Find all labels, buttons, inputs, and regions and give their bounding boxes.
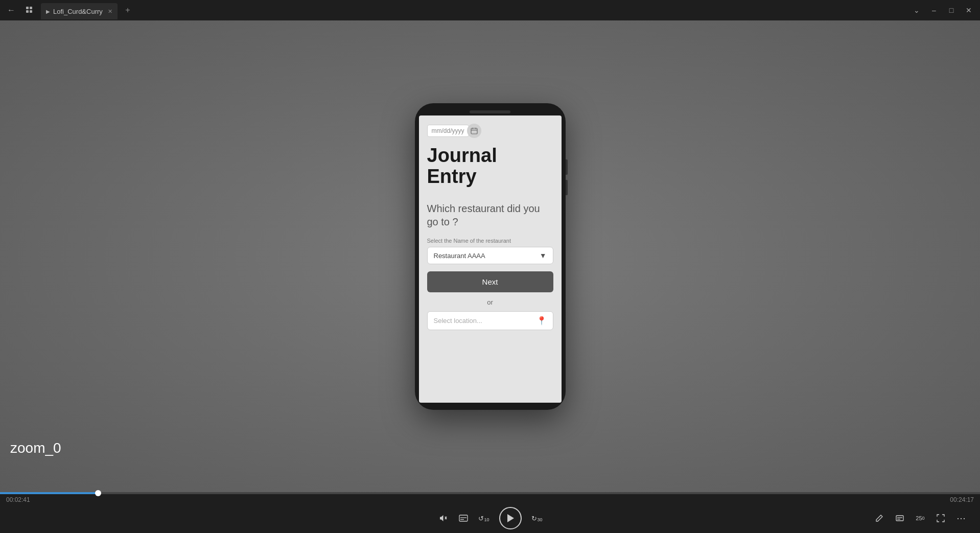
svg-rect-0 bbox=[26, 7, 29, 9]
svg-rect-3 bbox=[30, 10, 32, 13]
phone-speaker bbox=[470, 110, 510, 113]
calendar-icon[interactable] bbox=[467, 124, 481, 138]
svg-rect-1 bbox=[30, 7, 32, 9]
expand-button[interactable] bbox=[932, 509, 949, 527]
phone-vol-button-1 bbox=[566, 159, 568, 175]
speed-button[interactable]: 250 bbox=[912, 509, 929, 527]
forward-button[interactable]: ↻30 bbox=[527, 508, 547, 528]
current-time: 00:02:41 bbox=[6, 496, 30, 503]
or-divider: or bbox=[427, 298, 553, 306]
add-tab-button[interactable]: + bbox=[122, 4, 134, 16]
more-button[interactable]: ⋯ bbox=[952, 509, 970, 527]
svg-rect-4 bbox=[471, 128, 477, 134]
tab-play-icon: ▶ bbox=[46, 9, 50, 14]
location-pin-icon: 📍 bbox=[536, 316, 547, 326]
top-bar: ← ▶ Lofi_Curd&Curry ✕ + ⌄ – □ ✕ bbox=[0, 0, 980, 20]
tab-close-icon[interactable]: ✕ bbox=[108, 8, 112, 15]
next-button[interactable]: Next bbox=[427, 271, 553, 292]
dropdown-arrow-icon: ▼ bbox=[540, 251, 547, 260]
phone-vol-button-2 bbox=[566, 180, 568, 195]
svg-rect-14 bbox=[896, 516, 903, 521]
screen-content: mm/dd/yyyy Journal Entry bbox=[419, 115, 562, 403]
minimize-button[interactable]: – bbox=[927, 3, 941, 17]
window-controls: ⌄ – □ ✕ bbox=[909, 3, 976, 17]
caption-button[interactable] bbox=[891, 509, 908, 527]
phone-screen: mm/dd/yyyy Journal Entry bbox=[419, 115, 562, 403]
tab-label: Lofi_Curd&Curry bbox=[53, 8, 103, 15]
play-button[interactable] bbox=[499, 507, 522, 529]
location-placeholder: Select location... bbox=[434, 317, 482, 325]
svg-marker-13 bbox=[507, 514, 514, 522]
active-tab[interactable]: ▶ Lofi_Curd&Curry ✕ bbox=[41, 3, 118, 19]
svg-rect-2 bbox=[26, 10, 29, 13]
progress-thumb[interactable] bbox=[95, 490, 101, 496]
maximize-button[interactable]: □ bbox=[944, 3, 959, 17]
date-input[interactable]: mm/dd/yyyy bbox=[427, 125, 469, 137]
dropdown-chevron-icon[interactable]: ⌄ bbox=[909, 3, 924, 17]
bottom-bar: 00:02:41 00:24:17 ↺10 ↻30 bbox=[0, 492, 980, 533]
mute-button[interactable] bbox=[433, 508, 453, 528]
close-button[interactable]: ✕ bbox=[962, 3, 976, 17]
controls-row: ↺10 ↻30 250 bbox=[0, 503, 980, 533]
right-controls: 250 ⋯ bbox=[871, 509, 970, 527]
back-button[interactable]: ← bbox=[4, 3, 18, 17]
progress-bar[interactable] bbox=[0, 492, 980, 494]
question-text: Which restaurant did you go to ? bbox=[427, 202, 553, 228]
date-input-row: mm/dd/yyyy bbox=[427, 124, 553, 138]
svg-rect-10 bbox=[459, 515, 468, 521]
total-time: 00:24:17 bbox=[950, 496, 974, 503]
phone-device: mm/dd/yyyy Journal Entry bbox=[415, 103, 566, 410]
dropdown-selected-value: Restaurant AAAA bbox=[434, 252, 485, 260]
location-input[interactable]: Select location... 📍 bbox=[427, 311, 553, 330]
subtitle-button[interactable] bbox=[453, 508, 474, 528]
zoom-label: zoom_0 bbox=[10, 440, 61, 456]
date-placeholder: mm/dd/yyyy bbox=[432, 127, 464, 134]
journal-title: Journal Entry bbox=[427, 145, 553, 188]
time-row: 00:02:41 00:24:17 bbox=[0, 494, 980, 503]
rewind-button[interactable]: ↺10 bbox=[474, 508, 494, 528]
select-label: Select the Name of the restaurant bbox=[427, 238, 553, 244]
restaurant-dropdown[interactable]: Restaurant AAAA ▼ bbox=[427, 247, 553, 264]
progress-fill bbox=[0, 492, 98, 494]
edit-button[interactable] bbox=[871, 509, 888, 527]
main-content: zoom_0 mm/dd/yyyy bbox=[0, 20, 980, 492]
apps-button[interactable] bbox=[22, 3, 37, 17]
